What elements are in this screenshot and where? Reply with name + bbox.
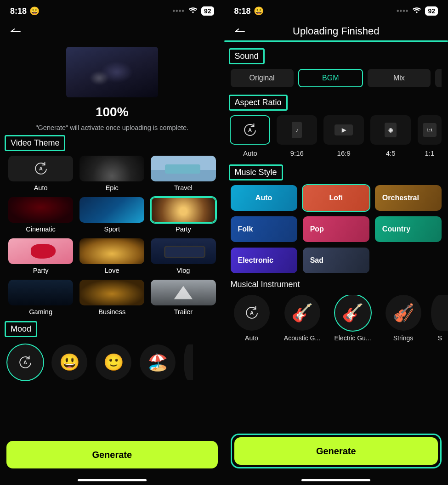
instrument-label: Electric Gu... [334, 334, 371, 342]
theme-label: Business [98, 308, 125, 316]
sound-original[interactable]: Original [231, 69, 294, 87]
svg-text:A: A [250, 310, 254, 316]
style-label: Lofi [329, 194, 343, 202]
instrument-electric-guitar[interactable]: 🎸 Electric Gu... [330, 295, 376, 342]
theme-vlog[interactable]: Vlog [151, 238, 215, 274]
back-icon[interactable] [9, 26, 22, 37]
theme-trailer[interactable]: Trailer [151, 280, 215, 316]
theme-label: Vlog [176, 267, 190, 274]
youtube-icon: ▶ [342, 127, 346, 133]
section-mood: Mood [5, 321, 37, 337]
style-country[interactable]: Country [375, 216, 442, 242]
mood-emoji: 🙂 [103, 353, 124, 372]
status-time: 8:18 [234, 6, 251, 16]
status-emoji: 😀 [29, 6, 40, 16]
aspect-label: 16:9 [337, 149, 351, 157]
instrument-strings[interactable]: 🎻 Strings [380, 295, 426, 342]
style-lofi[interactable]: Lofi [303, 185, 369, 211]
theme-love[interactable]: Love [79, 238, 144, 274]
theme-auto[interactable]: A Auto [8, 156, 73, 192]
generate-wrap: Generate [231, 434, 442, 468]
auto-icon: A [33, 161, 49, 176]
instrument-label: Acoustic G... [284, 334, 320, 342]
theme-label: Love [105, 267, 119, 274]
sound-more[interactable] [435, 69, 442, 87]
status-bar: 8:18 😀 •••• 92 [0, 0, 224, 22]
generate-wrap: Generate [6, 441, 218, 468]
sound-bgm[interactable]: BGM [298, 69, 363, 87]
style-label: Country [382, 225, 410, 233]
aspect-1-1[interactable]: 1:1 1:1 [417, 115, 442, 157]
theme-travel[interactable]: Travel [151, 156, 215, 192]
theme-business[interactable]: Business [79, 280, 144, 316]
upload-hint: "Generate" will activate once uploading … [0, 124, 224, 131]
aspect-label: 1:1 [425, 149, 435, 157]
theme-label: Auto [34, 184, 48, 192]
theme-epic[interactable]: Epic [79, 156, 144, 192]
sound-mix[interactable]: Mix [368, 69, 431, 87]
section-aspect-ratio: Aspect Ratio [229, 95, 288, 111]
violin-icon: 🎻 [392, 303, 414, 323]
status-time: 8:18 [10, 6, 27, 16]
generate-button[interactable]: Generate [234, 437, 438, 465]
mood-beach[interactable]: 🏖️ [140, 344, 176, 380]
style-orchestral[interactable]: Orchestral [375, 185, 442, 211]
status-cell-dots: •••• [173, 7, 185, 15]
svg-text:A: A [248, 127, 252, 133]
aspect-auto[interactable]: A Auto [230, 115, 271, 157]
section-video-theme: Video Theme [5, 135, 65, 151]
theme-label: Party [176, 226, 191, 233]
theme-gaming[interactable]: Gaming [8, 280, 73, 316]
sound-row: Original BGM Mix [224, 69, 448, 87]
mood-auto[interactable]: A [7, 344, 43, 380]
instrument-acoustic-guitar[interactable]: 🎸 Acoustic G... [279, 295, 325, 342]
style-sad[interactable]: Sad [303, 248, 369, 273]
progress-bar [224, 40, 448, 42]
tiktok-icon: ♪ [295, 127, 298, 133]
instagram-icon: ◉ [388, 127, 393, 133]
style-label: Orchestral [382, 194, 419, 202]
style-auto[interactable]: Auto [231, 185, 297, 211]
home-indicator [301, 479, 370, 481]
chip-label: Mix [393, 74, 405, 82]
style-folk[interactable]: Folk [231, 216, 297, 242]
mood-more[interactable] [184, 344, 193, 380]
guitar-icon: 🎸 [291, 303, 313, 323]
instrument-auto[interactable]: A Auto [229, 295, 275, 342]
generate-button[interactable]: Generate [6, 441, 218, 468]
aspect-label: Auto [243, 149, 257, 157]
svg-text:A: A [39, 166, 43, 171]
aspect-16-9[interactable]: ▶ 16:9 [323, 115, 364, 157]
aspect-9-16[interactable]: ♪ 9:16 [276, 115, 318, 157]
mood-smile[interactable]: 🙂 [96, 344, 131, 380]
theme-label: Gaming [29, 308, 52, 316]
upload-percent: 100% [0, 105, 224, 119]
upload-preview-thumb [66, 47, 158, 97]
battery-badge: 92 [201, 6, 214, 16]
screen-video-theme: 8:18 😀 •••• 92 100% "Generate" will acti… [0, 0, 224, 485]
theme-cinematic[interactable]: Cinematic [8, 197, 73, 233]
style-electronic[interactable]: Electronic [231, 248, 297, 273]
chip-label: BGM [322, 74, 339, 82]
instrument-row: A Auto 🎸 Acoustic G... 🎸 Electric Gu... … [224, 295, 448, 342]
mood-emoji: 🏖️ [147, 353, 168, 372]
style-pop[interactable]: Pop [303, 216, 369, 242]
section-instrument: Musical Instrument [231, 280, 448, 289]
mood-happy[interactable]: 😃 [51, 344, 87, 380]
aspect-4-5[interactable]: ◉ 4:5 [370, 115, 411, 157]
theme-label: Sport [104, 226, 120, 233]
aspect-label: 4:5 [386, 149, 396, 157]
page-title: Uploading Finished [224, 25, 448, 37]
wifi-icon [412, 6, 421, 16]
electric-guitar-icon: 🎸 [342, 303, 363, 323]
aspect-row: A Auto ♪ 9:16 ▶ 16:9 ◉ 4:5 1:1 1:1 [224, 115, 448, 157]
music-style-grid: Auto Lofi Orchestral Folk Pop Country El… [224, 185, 448, 273]
theme-party[interactable]: Party [8, 238, 73, 274]
theme-party[interactable]: Party [151, 197, 215, 233]
instrument-more[interactable]: S [431, 295, 448, 342]
style-label: Electronic [238, 256, 273, 265]
theme-sport[interactable]: Sport [79, 197, 144, 233]
auto-icon: A [244, 305, 260, 321]
instrument-label: S [438, 334, 442, 342]
status-emoji: 😀 [254, 6, 264, 16]
